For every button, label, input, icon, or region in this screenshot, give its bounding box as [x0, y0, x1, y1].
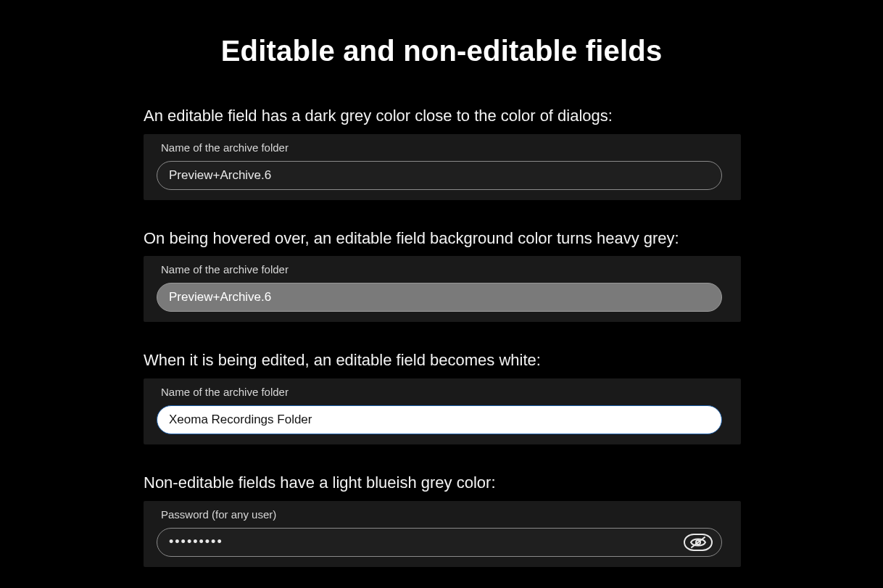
archive-folder-input-default[interactable]: Preview+Archive.6 — [157, 161, 722, 190]
field-label-archive-folder: Name of the archive folder — [161, 386, 729, 398]
caption-hovered-state: On being hovered over, an editable field… — [144, 228, 745, 249]
caption-noneditable-state: Non-editable fields have a light blueish… — [144, 472, 745, 494]
caption-default-state: An editable field has a dark grey color … — [144, 105, 745, 127]
caption-editing-state: When it is being edited, an editable fie… — [144, 349, 745, 371]
input-value: ••••••••• — [169, 534, 223, 550]
page-title: Editable and non-editable fields — [0, 35, 883, 67]
field-label-password: Password (for any user) — [161, 508, 729, 521]
archive-folder-input-editing[interactable]: Xeoma Recordings Folder — [157, 405, 722, 434]
example-panel-editing: Name of the archive folder Xeoma Recordi… — [144, 378, 741, 444]
input-value: Xeoma Recordings Folder — [169, 413, 312, 427]
input-value: Preview+Archive.6 — [169, 168, 271, 183]
password-input-readonly: ••••••••• — [157, 528, 722, 557]
input-value: Preview+Archive.6 — [169, 290, 271, 305]
example-panel-hovered: Name of the archive folder Preview+Archi… — [144, 256, 741, 322]
eye-off-icon — [684, 534, 713, 551]
example-panel-default: Name of the archive folder Preview+Archi… — [144, 134, 741, 200]
archive-folder-input-hovered[interactable]: Preview+Archive.6 — [157, 283, 722, 312]
field-label-archive-folder: Name of the archive folder — [161, 263, 729, 276]
toggle-visibility-button[interactable] — [682, 531, 714, 553]
field-label-archive-folder: Name of the archive folder — [161, 141, 729, 154]
example-panel-readonly: Password (for any user) ••••••••• — [144, 501, 741, 567]
